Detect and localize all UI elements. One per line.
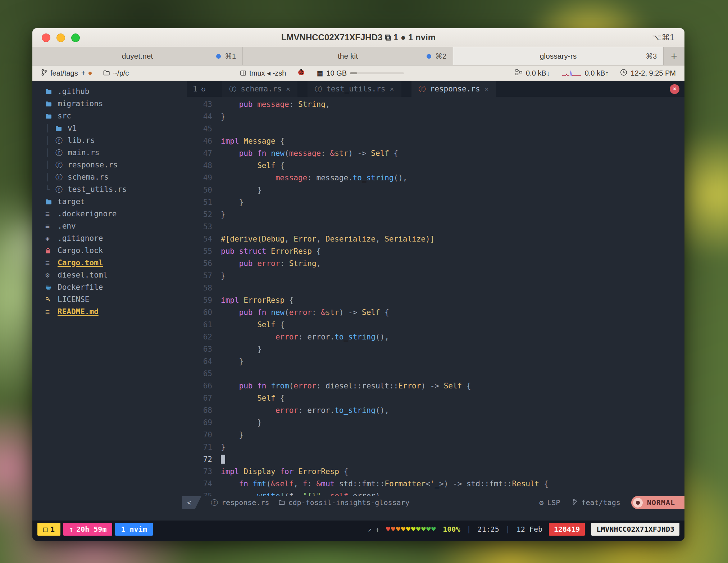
code-line[interactable]: 49 message: message.to_string(), (187, 172, 684, 184)
close-buffer-icon[interactable]: × (390, 85, 394, 93)
tmux-segment-1[interactable]: ↑20h 59m (63, 523, 112, 536)
tmux-date: 12 Feb (517, 525, 542, 533)
tree-item-Cargo-toml[interactable]: ≡Cargo.toml (32, 257, 187, 269)
diagnostic-badge[interactable]: × (670, 84, 679, 94)
code-line[interactable]: 69 } (187, 416, 684, 429)
code-line[interactable]: 70 } (187, 429, 684, 441)
code-line[interactable]: 68 error: error.to_string(), (187, 404, 684, 416)
tree-item--dockerignore[interactable]: ≡.dockerignore (32, 208, 187, 220)
tree-item-response-rs[interactable]: │ⓡresponse.rs (32, 159, 187, 171)
tree-item-main-rs[interactable]: │ⓡmain.rs (32, 147, 187, 159)
code-line[interactable]: 62 error: error.to_string(), (187, 331, 684, 343)
tree-item-label: src (58, 112, 71, 120)
code-line[interactable]: 51 } (187, 196, 684, 208)
git-branch-indicator[interactable]: feat/tags + (41, 69, 92, 78)
code-line[interactable]: 67 Self { (187, 392, 684, 404)
code-token: pub (239, 382, 253, 390)
close-buffer-icon[interactable]: × (286, 85, 290, 93)
tree-item-test_utils-rs[interactable]: └ⓡtest_utils.rs (32, 183, 187, 195)
folder-icon (45, 89, 55, 94)
terminal-tab-the-kit[interactable]: the kit⌘2 (243, 47, 453, 65)
code-line[interactable]: 66 pub fn from(error: diesel::result::Er… (187, 380, 684, 392)
tree-item-label: schema.rs (68, 173, 109, 181)
code-line[interactable]: 57} (187, 270, 684, 282)
code-line[interactable]: 54#[derive(Debug, Error, Deserialize, Se… (187, 233, 684, 245)
buffer-tab-test_utils-rs[interactable]: ⓡtest_utils.rs× (308, 81, 401, 97)
code-line[interactable]: 74 fn fmt(&self, f: &mut std::fmt::Forma… (187, 478, 684, 490)
code-line[interactable]: 60 pub fn new(error: &str) -> Self { (187, 306, 684, 319)
code-line[interactable]: 61 Self { (187, 319, 684, 331)
code-line[interactable]: 44} (187, 111, 684, 123)
minimize-button[interactable] (56, 33, 65, 42)
tree-item-schema-rs[interactable]: │ⓡschema.rs (32, 171, 187, 183)
tree-item--env[interactable]: ≡.env (32, 220, 187, 232)
terminal-tab-duyet-net[interactable]: duyet.net⌘1 (32, 47, 243, 65)
code-line[interactable]: 73impl Display for ErrorResp { (187, 465, 684, 478)
cwd-indicator[interactable]: ~/p/c (103, 69, 129, 77)
buffer-tab-response-rs[interactable]: ⓡresponse.rs× (411, 81, 496, 97)
code-token: diesel (326, 382, 353, 390)
code-line[interactable]: 56 pub error: String, (187, 257, 684, 270)
code-token: error (257, 259, 280, 268)
code-line[interactable]: 65 (187, 368, 684, 380)
tree-item-Cargo-lock[interactable]: Cargo.lock (32, 244, 187, 257)
code-line[interactable]: 46impl Message { (187, 135, 684, 147)
code-line[interactable]: 63 } (187, 343, 684, 355)
debug-indicator[interactable] (297, 69, 305, 77)
rust-icon: ⓡ (55, 160, 65, 170)
tree-item-README-md[interactable]: ≡README.md (32, 306, 187, 318)
code-line[interactable]: 43 pub message: String, (187, 98, 684, 111)
statusline-lsp[interactable]: ⚙ LSP (539, 496, 560, 509)
tree-item-target[interactable]: target (32, 195, 187, 208)
buffer-tab-schema-rs[interactable]: ⓡschema.rs× (222, 81, 297, 97)
tmux-segment-2[interactable]: 1 nvim (115, 523, 153, 536)
tree-item-v1[interactable]: │v1 (32, 122, 187, 134)
zoom-button[interactable] (71, 33, 80, 42)
code-line[interactable]: 45 (187, 123, 684, 135)
session-indicator[interactable]: tmux ◂ -zsh (240, 69, 286, 77)
statusline-filename[interactable]: ⓡ response.rs (211, 496, 269, 509)
code-line[interactable]: 72 (187, 453, 684, 465)
network-up-indicator[interactable]: 0.0 kB↑ (561, 68, 609, 78)
line-number: 55 (187, 245, 212, 257)
code-line[interactable]: 47 pub fn new(message: &str) -> Self { (187, 147, 684, 159)
code-line[interactable]: 59impl ErrorResp { (187, 294, 684, 306)
code-line[interactable]: 75 write!(f, "{}", self.error) (187, 490, 684, 496)
line-number: 48 (187, 159, 212, 172)
tmux-segment-0[interactable]: □1 (37, 523, 60, 536)
code-line[interactable]: 52} (187, 208, 684, 221)
clock-indicator[interactable]: 12-2, 9:25 PM (620, 69, 676, 78)
code-token: : (307, 174, 316, 182)
close-button[interactable] (42, 33, 50, 42)
code-line[interactable]: 55pub struct ErrorResp { (187, 245, 684, 257)
code-line[interactable]: 48 Self { (187, 159, 684, 172)
line-number: 60 (187, 306, 212, 319)
code-line[interactable]: 64 } (187, 355, 684, 368)
tree-item-LICENSE[interactable]: LICENSE (32, 293, 187, 306)
tmux-segment-icon: □ (43, 525, 47, 533)
code-token: f (289, 492, 294, 496)
statusline-branch[interactable]: feat/tags (572, 496, 620, 509)
tree-item--gitignore[interactable]: ◈.gitignore (32, 232, 187, 244)
network-down-indicator[interactable]: 0.0 kB↓ (515, 69, 550, 77)
code-line[interactable]: 71} (187, 441, 684, 453)
code-token: str (335, 149, 348, 158)
code-token: } (221, 210, 226, 219)
memory-indicator[interactable]: ▦ 10 GB (317, 69, 404, 77)
new-tab-button[interactable]: + (664, 47, 684, 65)
code-token: ErrorResp (298, 467, 339, 476)
tree-item-diesel-toml[interactable]: ⚙diesel.toml (32, 269, 187, 281)
terminal-tab-glossary-rs[interactable]: glossary-rs⌘3 (453, 47, 664, 65)
statusline-cwd[interactable]: cdp-fossil-insights-glossary (279, 496, 410, 509)
tree-item-Dockerfile[interactable]: Dockerfile (32, 281, 187, 293)
code-line[interactable]: 58 (187, 282, 684, 294)
tree-item--github[interactable]: .github (32, 85, 187, 98)
close-buffer-icon[interactable]: × (484, 85, 489, 93)
tree-item-src[interactable]: src (32, 110, 187, 122)
code-token: { (380, 308, 389, 317)
tree-item-lib-rs[interactable]: │ⓡlib.rs (32, 134, 187, 147)
tree-item-migrations[interactable]: migrations (32, 98, 187, 110)
code-line[interactable]: 50 } (187, 184, 684, 196)
code-line[interactable]: 53 (187, 221, 684, 233)
code-token: & (271, 479, 276, 488)
